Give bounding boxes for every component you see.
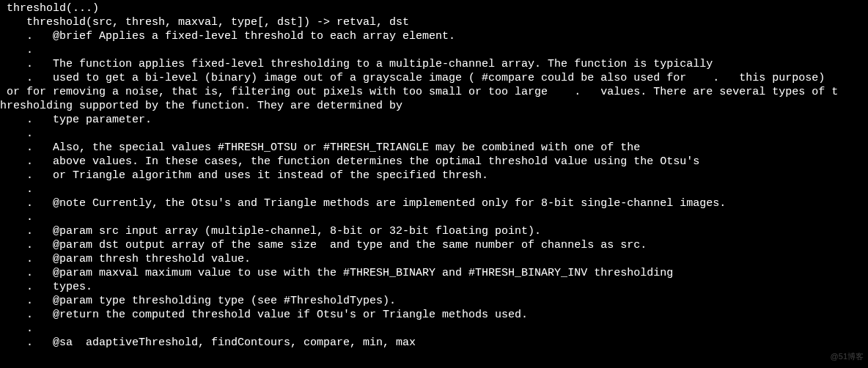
threshold-docstring: threshold(...) threshold(src, thresh, ma… [0,0,868,350]
watermark: @51博客 [831,350,864,364]
